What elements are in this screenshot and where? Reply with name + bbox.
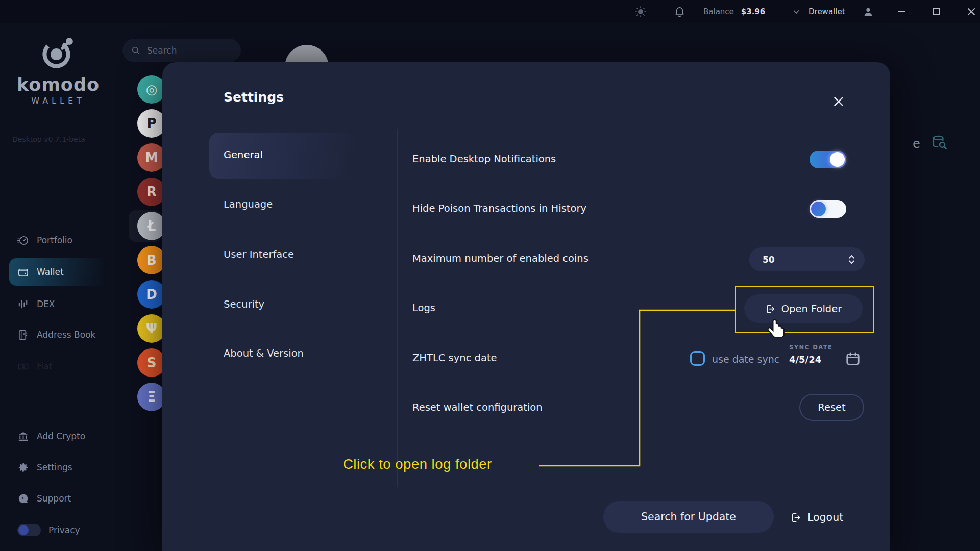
window-close-button[interactable] [967,0,976,23]
sync-date-caption: SYNC DATE [789,344,832,351]
sidebar-item-label: Portfolio [37,235,72,245]
background-partial-text: e [913,137,920,151]
brand-name: komodo [0,74,116,95]
sidebar-item-add-crypto[interactable]: Add Crypto [9,422,107,450]
logout-button[interactable]: Logout [790,508,843,527]
komodo-logo-icon [39,34,77,71]
setting-label-max-coins: Maximum number of enabled coins [412,253,589,264]
sidebar-item-wallet[interactable]: Wallet [9,258,107,286]
sidebar: komodo WALLET Desktop v0.7.1-beta Portfo… [0,23,117,551]
account-person-icon[interactable] [863,0,874,23]
search-icon [131,45,141,56]
tabs-divider [397,129,398,487]
account-name[interactable]: Drewallet [808,0,845,23]
reset-label: Reset [818,402,845,413]
balance-label: Balance [703,7,734,16]
coin-list: ◎PMRŁBDΨSΞ [137,75,166,417]
stepper-chevrons-icon[interactable] [848,254,855,267]
toggle-knob [811,202,826,216]
reset-button[interactable]: Reset [799,394,864,421]
sidebar-item-label: Privacy [48,525,80,535]
modal-close-icon[interactable] [832,95,845,110]
setting-label-logs: Logs [412,302,435,314]
sidebar-item-dex[interactable]: DEX [9,290,107,318]
sidebar-item-label: Wallet [37,267,64,277]
sidebar-item-privacy[interactable]: Privacy [9,516,107,544]
coin-panda[interactable]: P [137,109,166,138]
coin-psi-coin[interactable]: Ψ [137,314,166,343]
setting-label-notifications: Enable Desktop Notifications [412,153,556,165]
coin-search[interactable] [122,39,241,62]
privacy-toggle-knob [18,525,29,535]
account-dropdown-caret-icon[interactable] [793,0,799,23]
balance-value: $3.96 [741,7,765,16]
sidebar-item-label: Fiat [37,361,52,371]
fiat-banknote-icon [17,361,29,372]
komodo-brand: komodo WALLET [0,34,116,106]
coin-komodo[interactable]: ◎ [137,75,166,104]
sidebar-item-label: Address Book [37,330,95,340]
coin-digibyte[interactable]: D [137,280,166,309]
sidebar-item-settings[interactable]: Settings [9,454,107,481]
coin-shiba[interactable]: S [137,348,166,377]
dex-candles-icon [17,298,29,310]
sidebar-item-label: Add Crypto [37,431,85,441]
sidebar-item-label: DEX [37,299,55,309]
search-input[interactable] [147,45,224,56]
portfolio-speedometer-icon [17,235,29,246]
tab-general[interactable]: General [224,149,263,161]
update-label: Search for Update [641,511,736,523]
setting-label-hide-poison: Hide Poison Transactions in History [412,203,586,214]
coin-litecoin[interactable]: Ł [137,212,166,240]
wallet-icon [17,266,29,278]
address-book-icon [17,329,29,341]
open-folder-label: Open Folder [781,303,842,315]
open-folder-export-icon [765,304,776,314]
sync-date-value: 4/5/24 [789,354,821,365]
setting-label-reset-wallet: Reset wallet configuration [412,402,543,413]
tab-language[interactable]: Language [224,198,273,210]
coin-ethereum[interactable]: Ξ [137,383,166,411]
tab-user-interface[interactable]: User Interface [224,248,294,260]
calendar-icon[interactable] [845,351,861,368]
logout-label: Logout [807,511,843,523]
app-version: Desktop v0.7.1-beta [12,135,85,143]
stepper-value: 50 [763,255,775,265]
window-maximize-button[interactable] [932,0,941,23]
open-folder-button[interactable]: Open Folder [744,294,863,323]
theme-sun-icon[interactable] [634,0,647,23]
max-coins-stepper[interactable]: 50 [749,247,865,271]
tab-about-version[interactable]: About & Version [224,347,304,359]
use-date-sync-label: use date sync [712,354,779,365]
window-minimize-button[interactable] [897,0,906,23]
sidebar-item-address-book[interactable]: Address Book [9,321,107,348]
use-date-sync-checkbox[interactable] [690,351,705,366]
gear-icon [17,462,29,473]
sidebar-item-fiat[interactable]: Fiat [9,353,107,380]
block-explorer-icon [931,134,948,153]
support-chat-icon [17,493,29,505]
brand-subtitle: WALLET [0,96,116,106]
sidebar-item-portfolio[interactable]: Portfolio [9,227,107,254]
modal-title: Settings [224,90,284,105]
coin-meme-red[interactable]: M [137,143,166,172]
search-for-update-button[interactable]: Search for Update [603,501,774,533]
coin-meme-dark[interactable]: R [137,178,166,206]
hide-poison-toggle[interactable] [810,200,846,218]
notifications-bell-icon[interactable] [674,0,685,23]
setting-label-zhtlc-sync: ZHTLC sync date [412,352,497,364]
logout-icon [790,512,802,523]
coin-bitcoin[interactable]: B [137,246,166,274]
tab-security[interactable]: Security [224,298,264,310]
settings-modal: Settings General Language User Interface… [162,62,890,551]
bank-icon [17,431,29,442]
sidebar-item-support[interactable]: Support [9,485,107,512]
notifications-toggle[interactable] [810,151,846,168]
titlebar: Balance$3.96 Drewallet [0,0,980,23]
privacy-toggle[interactable] [17,524,41,536]
sidebar-item-label: Support [37,493,71,504]
sidebar-item-label: Settings [37,462,72,472]
toggle-knob [830,152,845,167]
